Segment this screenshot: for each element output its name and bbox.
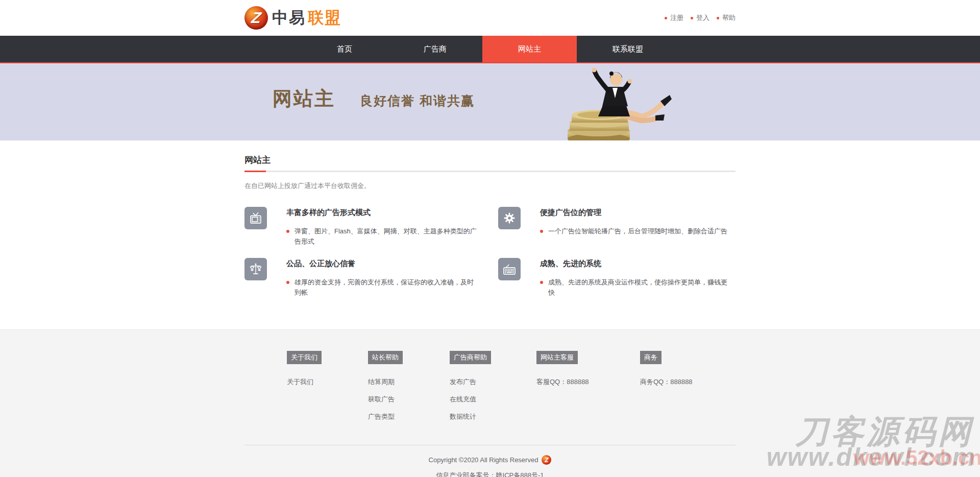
bullet-dot-icon: [540, 281, 543, 284]
hero-title: 网站主: [273, 86, 335, 112]
login-link[interactable]: 登入: [691, 13, 709, 22]
feature-grid: 丰富多样的广告形式模式 弹窗、图片、Flash、富媒体、网摘、对联、主题多种类型…: [244, 207, 736, 298]
footer-link-online-recharge[interactable]: 在线充值: [450, 395, 536, 404]
footer-col-title: 网站主客服: [536, 351, 578, 364]
logo-z-icon: Z: [244, 6, 268, 30]
footer-col-advertiser-help: 广告商帮助 发布广告 在线充值 数据统计: [450, 351, 536, 430]
footer-divider: [244, 445, 736, 445]
business-qq-text: 商务QQ：888888: [640, 377, 693, 387]
copyright-row: Copyright ©2020 All Rights Reserved Z: [0, 455, 980, 465]
brand-name-orange: 联盟: [308, 7, 341, 29]
brand-name-dark: 中易: [272, 7, 306, 29]
bullet-dot-icon: [717, 17, 719, 19]
register-link[interactable]: 注册: [665, 13, 683, 22]
feature-ad-slot-management: 便捷广告位的管理 一个广告位智能轮播广告，后台管理随时增加、删除合适广告: [498, 207, 733, 247]
feature-description: 雄厚的资金支持，完善的支付系统，保证你的收入准确，及时到帐: [295, 277, 479, 298]
help-link[interactable]: 帮助: [717, 13, 736, 22]
section-title: 网站主: [244, 154, 736, 166]
feature-title: 便捷广告位的管理: [540, 208, 727, 218]
footer-col-webmaster-service: 网站主客服 客服QQ：888888: [536, 351, 640, 430]
feature-title: 成熟、先进的系统: [540, 259, 733, 269]
section-title-rule: [244, 171, 736, 172]
footer-col-business: 商务 商务QQ：888888: [640, 351, 693, 430]
site-logo[interactable]: Z 中易 联盟: [244, 6, 341, 30]
bullet-dot-icon: [665, 17, 667, 19]
feature-ad-formats: 丰富多样的广告形式模式 弹窗、图片、Flash、富媒体、网摘、对联、主题多种类型…: [244, 207, 479, 247]
footer-link-get-ads[interactable]: 获取广告: [368, 395, 450, 404]
bullet-dot-icon: [286, 281, 289, 284]
hero-illustration-woman-on-coins: [554, 63, 692, 140]
footer-link-about-us[interactable]: 关于我们: [287, 377, 368, 387]
nav-item-webmasters[interactable]: 网站主: [482, 36, 577, 62]
feature-description: 弹窗、图片、Flash、富媒体、网摘、对联、主题多种类型的广告形式: [295, 226, 479, 247]
feature-title: 丰富多样的广告形式模式: [286, 208, 479, 218]
footer-link-publish-ads[interactable]: 发布广告: [450, 377, 536, 387]
nav-item-home[interactable]: 首页: [301, 36, 388, 62]
section-intro: 在自已网站上投放广通过本平台收取佣金。: [244, 181, 736, 190]
tv-icon: [244, 207, 267, 229]
footer-link-data-statistics[interactable]: 数据统计: [450, 412, 536, 421]
page-footer: 关于我们 关于我们 站长帮助 结算周期 获取广告 广告类型 广告商帮助 发布广告…: [0, 329, 980, 477]
feature-trust: 公品、公正放心信誉 雄厚的资金支持，完善的支付系统，保证你的收入准确，及时到帐: [244, 258, 479, 298]
hero-subtitle: 良好信誉 和谐共赢: [360, 92, 475, 109]
footer-link-ad-types[interactable]: 广告类型: [368, 412, 450, 421]
nav-item-contact[interactable]: 联系联盟: [577, 36, 679, 62]
feature-description: 成熟、先进的系统及商业运作模式，使你操作更简单，赚钱更快: [548, 277, 733, 298]
hero-banner: 网站主 良好信誉 和谐共赢: [0, 63, 980, 140]
scales-icon: [244, 258, 267, 280]
bullet-dot-icon: [540, 230, 543, 233]
bullet-dot-icon: [691, 17, 693, 19]
feature-description: 一个广告位智能轮播广告，后台管理随时增加、删除合适广告: [548, 226, 727, 236]
footer-link-settlement-cycle[interactable]: 结算周期: [368, 377, 450, 387]
footer-col-title: 广告商帮助: [450, 351, 491, 364]
footer-columns: 关于我们 关于我们 站长帮助 结算周期 获取广告 广告类型 广告商帮助 发布广告…: [244, 330, 736, 430]
bullet-dot-icon: [286, 230, 289, 233]
icp-record-text: 信息产业部备案号：赣ICP备888号-1: [0, 471, 980, 477]
footer-col-title: 站长帮助: [368, 351, 403, 364]
keyboard-icon: [498, 258, 521, 280]
footer-col-title: 关于我们: [287, 351, 322, 364]
service-qq-text: 客服QQ：888888: [536, 377, 640, 387]
top-header: Z 中易 联盟 注册 登入 帮助: [0, 0, 980, 36]
account-links: 注册 登入 帮助: [665, 13, 736, 22]
logo-z-icon: Z: [542, 455, 551, 465]
footer-col-about: 关于我们 关于我们: [287, 351, 368, 430]
main-navigation: 首页 广告商 网站主 联系联盟: [0, 36, 980, 63]
feature-title: 公品、公正放心信誉: [286, 259, 479, 269]
copyright-text: Copyright ©2020 All Rights Reserved: [429, 456, 538, 464]
gear-icon: [498, 207, 521, 229]
nav-item-advertisers[interactable]: 广告商: [388, 36, 482, 62]
footer-col-title: 商务: [640, 351, 662, 364]
feature-advanced-system: 成熟、先进的系统 成熟、先进的系统及商业运作模式，使你操作更简单，赚钱更快: [498, 258, 733, 298]
main-content: 网站主 在自已网站上投放广通过本平台收取佣金。 丰富多样的广告形式模式: [0, 140, 980, 329]
footer-col-webmaster-help: 站长帮助 结算周期 获取广告 广告类型: [368, 351, 450, 430]
